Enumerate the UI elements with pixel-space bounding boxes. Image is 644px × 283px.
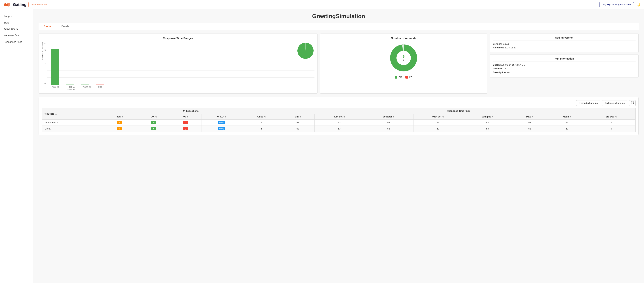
number-of-requests-title: Number of requests (391, 36, 416, 40)
sidebar: Ranges Stats Active Users Requests / sec… (0, 9, 33, 283)
duration-value: 0s (504, 67, 506, 70)
info-cards-section: Gatling Version Version: 3.13.1 Released… (490, 34, 638, 94)
duration-row: Duration: 0s (493, 67, 636, 70)
description-value: — (507, 71, 510, 74)
y-tick-1: 1 (44, 76, 46, 78)
date-label: Date: (493, 64, 499, 66)
tab-details[interactable]: Details (56, 23, 74, 30)
documentation-button[interactable]: Documentation (28, 2, 49, 7)
x-label-800-1200: t >= 800 mst < 1200 ms (66, 86, 74, 90)
main-content: GreetingSimulation Global Details Respon… (33, 9, 644, 283)
svg-point-1 (608, 4, 609, 6)
th-min: Min ⇅ (281, 114, 314, 120)
th-p95: 95th pct ⇅ (413, 114, 463, 120)
stats-section: Expand all groups Collapse all groups Re… (38, 97, 638, 135)
chart-legend: OK KO (395, 76, 412, 78)
table-controls: Expand all groups Collapse all groups (42, 100, 636, 106)
try-text: Try (603, 3, 606, 6)
released-value: 2024-11-13 (504, 46, 517, 49)
row-p75-0: 53 (364, 120, 413, 126)
row-max-0: 53 (512, 120, 547, 126)
row-p75-1: 53 (364, 126, 413, 132)
legend-ok-dot (395, 76, 397, 78)
row-ok-1: 5 (138, 126, 170, 132)
bar-t-800 (51, 49, 59, 85)
row-min-0: 53 (281, 120, 314, 126)
released-label: Released: (493, 46, 504, 49)
th-cnts: Cnt/s ⇅ (242, 114, 281, 120)
description-row: Description: — (493, 71, 636, 74)
sidebar-item-ranges[interactable]: Ranges (0, 13, 33, 19)
tabs-bar: Global Details (38, 23, 638, 30)
page-title: GreetingSimulation (38, 13, 638, 20)
enterprise-button[interactable]: Try Gatling Enterprise (600, 2, 634, 7)
date-row: Date: 2025-01-14 15:42:57 GMT (493, 64, 636, 66)
x-label-failed: failed (96, 86, 104, 90)
fullscreen-button[interactable] (629, 100, 636, 106)
row-p99-0: 53 (463, 120, 512, 126)
duration-label: Duration: (493, 67, 503, 70)
enterprise-label: Gatling Enterprise (612, 3, 631, 6)
tab-global[interactable]: Global (38, 23, 56, 30)
row-mean-0: 53 (547, 120, 587, 126)
response-time-ranges-card: Response Time Ranges Number of Requests … (38, 34, 318, 94)
row-ko-1: 0 (170, 126, 201, 132)
th-p99: 99th pct ⇅ (463, 114, 512, 120)
donut-ko-label: 0 (403, 59, 404, 61)
th-pct-ko: % KO ⇅ (202, 114, 242, 120)
logo-text: Gatling (13, 2, 26, 7)
row-min-1: 53 (281, 126, 314, 132)
sort-requests-icon[interactable]: ▲ (55, 113, 57, 115)
donut-ok-value: 5 (403, 55, 404, 59)
version-value: 3.13.1 (503, 42, 509, 45)
description-label: Description: (493, 71, 506, 74)
top-nav: Gatling Documentation Try Gatling Enterp… (0, 0, 644, 9)
th-total: Total ⇅ (100, 114, 138, 120)
row-total-1: 5 (100, 126, 138, 132)
donut-center-label: 5 0 (403, 55, 404, 61)
bar-t-800-1200 (66, 84, 74, 85)
dark-mode-icon[interactable]: 🌙 (636, 3, 640, 7)
row-std-dev-0: 0 (587, 120, 636, 126)
legend-ko: KO (406, 76, 412, 78)
row-ko-0: 0 (170, 120, 201, 126)
y-tick-5: 5 (44, 49, 46, 51)
row-p50-0: 53 (314, 120, 364, 126)
row-name-0: All Requests (42, 120, 100, 126)
th-std-dev: Std Dev ⇅ (587, 114, 636, 120)
th-p50: 50th pct ⇅ (314, 114, 364, 120)
gatling-version-card: Gatling Version Version: 3.13.1 Released… (490, 34, 638, 53)
table-row: All Requests 5 5 0 0.00 5 53 53 53 53 53… (42, 120, 636, 126)
version-row: Version: 3.13.1 (493, 42, 636, 45)
y-tick-6: 6 (44, 42, 46, 45)
y-tick-4: 4 (44, 56, 46, 58)
expand-all-button[interactable]: Expand all groups (576, 100, 600, 106)
y-tick-2: 2 (44, 69, 46, 72)
refresh-icon: ↻ (183, 110, 185, 112)
row-max-1: 53 (512, 126, 547, 132)
sidebar-item-active-users[interactable]: Active Users (0, 26, 33, 32)
top-nav-right: Try Gatling Enterprise 🌙 (600, 2, 640, 7)
gatling-enterprise-logo-icon (607, 3, 611, 6)
app-layout: Ranges Stats Active Users Requests / sec… (0, 9, 644, 283)
row-p99-1: 53 (463, 126, 512, 132)
y-tick-3: 3 (44, 62, 46, 65)
legend-ko-label: KO (409, 76, 412, 78)
pie-overlay (296, 42, 314, 60)
row-cnts-1: 5 (242, 126, 281, 132)
row-name-1: Greet (42, 126, 100, 132)
charts-row: Response Time Ranges Number of Requests … (38, 34, 638, 94)
row-p95-1: 53 (413, 126, 463, 132)
row-p50-1: 53 (314, 126, 364, 132)
legend-ok: OK (395, 76, 402, 78)
fullscreen-icon (631, 102, 634, 104)
th-p75: 75th pct ⇅ (364, 114, 413, 120)
sidebar-item-requests-sec[interactable]: Requests / sec (0, 32, 33, 39)
legend-ko-dot (406, 76, 408, 78)
sidebar-item-stats[interactable]: Stats (0, 19, 33, 26)
x-label-800: t < 800 ms (50, 86, 58, 90)
run-info-title: Run Information (493, 57, 636, 62)
row-mean-1: 53 (547, 126, 587, 132)
sidebar-item-responses-sec[interactable]: Responses / sec (0, 39, 33, 45)
collapse-all-button[interactable]: Collapse all groups (602, 100, 627, 106)
